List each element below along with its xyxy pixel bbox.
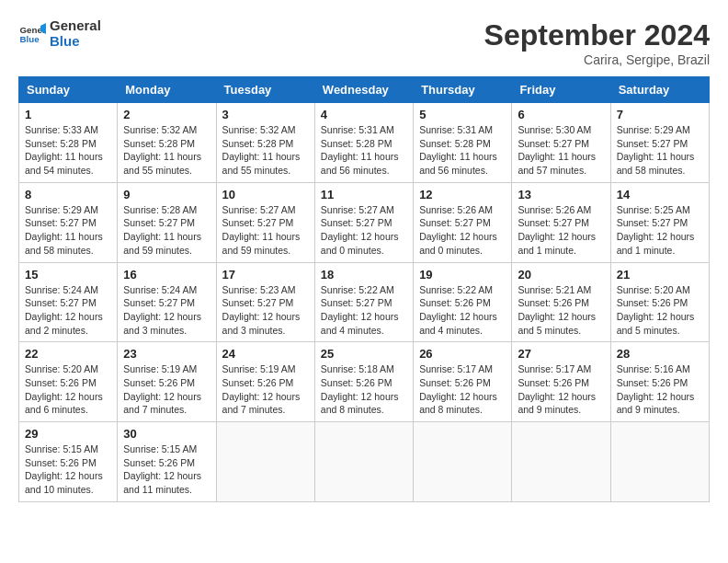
table-row xyxy=(314,422,413,502)
day-number: 11 xyxy=(321,188,407,201)
day-number: 23 xyxy=(123,347,210,361)
table-row: 25 Sunrise: 5:18 AM Sunset: 5:26 PM Dayl… xyxy=(314,342,413,422)
table-row: 2 Sunrise: 5:32 AM Sunset: 5:28 PM Dayli… xyxy=(118,103,216,183)
table-row: 20 Sunrise: 5:21 AM Sunset: 5:26 PM Dayl… xyxy=(512,262,610,342)
day-info: Sunrise: 5:15 AM Sunset: 5:26 PM Dayligh… xyxy=(123,442,210,497)
calendar-table: Sunday Monday Tuesday Wednesday Thursday… xyxy=(18,76,710,502)
day-info: Sunrise: 5:31 AM Sunset: 5:28 PM Dayligh… xyxy=(321,123,407,178)
day-info: Sunrise: 5:19 AM Sunset: 5:26 PM Dayligh… xyxy=(222,362,309,417)
table-row: 29 Sunrise: 5:15 AM Sunset: 5:26 PM Dayl… xyxy=(19,422,118,502)
day-info: Sunrise: 5:24 AM Sunset: 5:27 PM Dayligh… xyxy=(123,283,210,338)
day-info: Sunrise: 5:30 AM Sunset: 5:27 PM Dayligh… xyxy=(518,123,604,178)
day-info: Sunrise: 5:27 AM Sunset: 5:27 PM Dayligh… xyxy=(321,203,407,258)
table-row: 16 Sunrise: 5:24 AM Sunset: 5:27 PM Dayl… xyxy=(118,262,216,342)
table-row: 14 Sunrise: 5:25 AM Sunset: 5:27 PM Dayl… xyxy=(610,182,709,262)
day-info: Sunrise: 5:32 AM Sunset: 5:28 PM Dayligh… xyxy=(123,123,210,178)
day-number: 12 xyxy=(419,188,506,201)
day-info: Sunrise: 5:21 AM Sunset: 5:26 PM Dayligh… xyxy=(518,283,604,338)
day-info: Sunrise: 5:26 AM Sunset: 5:27 PM Dayligh… xyxy=(419,203,506,258)
day-number: 25 xyxy=(321,347,407,361)
table-row: 22 Sunrise: 5:20 AM Sunset: 5:26 PM Dayl… xyxy=(19,342,118,422)
logo: General Blue General Blue xyxy=(18,18,101,49)
day-info: Sunrise: 5:17 AM Sunset: 5:26 PM Dayligh… xyxy=(518,362,604,417)
title-block: September 2024 Carira, Sergipe, Brazil xyxy=(484,18,710,67)
page-header: General Blue General Blue September 2024… xyxy=(18,18,710,67)
table-row: 21 Sunrise: 5:20 AM Sunset: 5:26 PM Dayl… xyxy=(610,262,709,342)
day-info: Sunrise: 5:19 AM Sunset: 5:26 PM Dayligh… xyxy=(123,362,210,417)
day-info: Sunrise: 5:29 AM Sunset: 5:27 PM Dayligh… xyxy=(25,203,111,258)
day-info: Sunrise: 5:27 AM Sunset: 5:27 PM Dayligh… xyxy=(222,203,309,258)
day-number: 9 xyxy=(123,188,210,201)
day-number: 6 xyxy=(518,108,604,121)
table-row xyxy=(610,422,709,502)
table-row: 26 Sunrise: 5:17 AM Sunset: 5:26 PM Dayl… xyxy=(414,342,512,422)
calendar-week-row: 1 Sunrise: 5:33 AM Sunset: 5:28 PM Dayli… xyxy=(19,103,710,183)
day-info: Sunrise: 5:17 AM Sunset: 5:26 PM Dayligh… xyxy=(419,362,506,417)
col-thursday: Thursday xyxy=(414,77,512,103)
table-row: 24 Sunrise: 5:19 AM Sunset: 5:26 PM Dayl… xyxy=(216,342,314,422)
calendar-week-row: 22 Sunrise: 5:20 AM Sunset: 5:26 PM Dayl… xyxy=(19,342,710,422)
calendar-week-row: 8 Sunrise: 5:29 AM Sunset: 5:27 PM Dayli… xyxy=(19,182,710,262)
table-row: 30 Sunrise: 5:15 AM Sunset: 5:26 PM Dayl… xyxy=(118,422,216,502)
table-row: 12 Sunrise: 5:26 AM Sunset: 5:27 PM Dayl… xyxy=(414,182,512,262)
table-row: 3 Sunrise: 5:32 AM Sunset: 5:28 PM Dayli… xyxy=(216,103,314,183)
day-info: Sunrise: 5:25 AM Sunset: 5:27 PM Dayligh… xyxy=(617,203,703,258)
day-number: 26 xyxy=(419,347,506,361)
day-info: Sunrise: 5:18 AM Sunset: 5:26 PM Dayligh… xyxy=(321,362,407,417)
day-info: Sunrise: 5:23 AM Sunset: 5:27 PM Dayligh… xyxy=(222,283,309,338)
table-row: 7 Sunrise: 5:29 AM Sunset: 5:27 PM Dayli… xyxy=(610,103,709,183)
table-row: 18 Sunrise: 5:22 AM Sunset: 5:27 PM Dayl… xyxy=(314,262,413,342)
day-number: 1 xyxy=(25,108,111,121)
day-info: Sunrise: 5:15 AM Sunset: 5:26 PM Dayligh… xyxy=(25,442,111,497)
table-row: 17 Sunrise: 5:23 AM Sunset: 5:27 PM Dayl… xyxy=(216,262,314,342)
table-row: 13 Sunrise: 5:26 AM Sunset: 5:27 PM Dayl… xyxy=(512,182,610,262)
day-info: Sunrise: 5:20 AM Sunset: 5:26 PM Dayligh… xyxy=(617,283,703,338)
day-info: Sunrise: 5:33 AM Sunset: 5:28 PM Dayligh… xyxy=(25,123,111,178)
day-number: 27 xyxy=(518,347,604,361)
calendar-week-row: 15 Sunrise: 5:24 AM Sunset: 5:27 PM Dayl… xyxy=(19,262,710,342)
table-row: 19 Sunrise: 5:22 AM Sunset: 5:26 PM Dayl… xyxy=(414,262,512,342)
table-row: 15 Sunrise: 5:24 AM Sunset: 5:27 PM Dayl… xyxy=(19,262,118,342)
calendar-header-row: Sunday Monday Tuesday Wednesday Thursday… xyxy=(19,77,710,103)
logo-icon: General Blue xyxy=(18,20,46,48)
col-monday: Monday xyxy=(118,77,216,103)
table-row: 23 Sunrise: 5:19 AM Sunset: 5:26 PM Dayl… xyxy=(118,342,216,422)
day-number: 7 xyxy=(617,108,703,121)
day-info: Sunrise: 5:29 AM Sunset: 5:27 PM Dayligh… xyxy=(617,123,703,178)
col-wednesday: Wednesday xyxy=(314,77,413,103)
table-row: 1 Sunrise: 5:33 AM Sunset: 5:28 PM Dayli… xyxy=(19,103,118,183)
col-saturday: Saturday xyxy=(610,77,709,103)
table-row: 6 Sunrise: 5:30 AM Sunset: 5:27 PM Dayli… xyxy=(512,103,610,183)
day-info: Sunrise: 5:26 AM Sunset: 5:27 PM Dayligh… xyxy=(518,203,604,258)
table-row xyxy=(216,422,314,502)
day-info: Sunrise: 5:22 AM Sunset: 5:26 PM Dayligh… xyxy=(419,283,506,338)
day-number: 19 xyxy=(419,268,506,282)
day-number: 24 xyxy=(222,347,309,361)
location: Carira, Sergipe, Brazil xyxy=(484,52,710,67)
day-number: 3 xyxy=(222,108,309,121)
day-info: Sunrise: 5:24 AM Sunset: 5:27 PM Dayligh… xyxy=(25,283,111,338)
day-number: 13 xyxy=(518,188,604,201)
day-number: 5 xyxy=(419,108,506,121)
day-number: 18 xyxy=(321,268,407,282)
svg-text:Blue: Blue xyxy=(20,34,40,44)
day-info: Sunrise: 5:28 AM Sunset: 5:27 PM Dayligh… xyxy=(123,203,210,258)
day-number: 15 xyxy=(25,268,111,282)
day-number: 14 xyxy=(617,188,703,201)
col-sunday: Sunday xyxy=(19,77,118,103)
day-number: 20 xyxy=(518,268,604,282)
table-row: 10 Sunrise: 5:27 AM Sunset: 5:27 PM Dayl… xyxy=(216,182,314,262)
col-friday: Friday xyxy=(512,77,610,103)
table-row xyxy=(512,422,610,502)
day-number: 8 xyxy=(25,188,111,201)
day-number: 2 xyxy=(123,108,210,121)
day-number: 4 xyxy=(321,108,407,121)
day-number: 21 xyxy=(617,268,703,282)
day-number: 28 xyxy=(617,347,703,361)
table-row: 11 Sunrise: 5:27 AM Sunset: 5:27 PM Dayl… xyxy=(314,182,413,262)
month-title: September 2024 xyxy=(484,18,710,52)
logo-line1: General xyxy=(50,18,101,34)
col-tuesday: Tuesday xyxy=(216,77,314,103)
table-row: 27 Sunrise: 5:17 AM Sunset: 5:26 PM Dayl… xyxy=(512,342,610,422)
table-row: 8 Sunrise: 5:29 AM Sunset: 5:27 PM Dayli… xyxy=(19,182,118,262)
